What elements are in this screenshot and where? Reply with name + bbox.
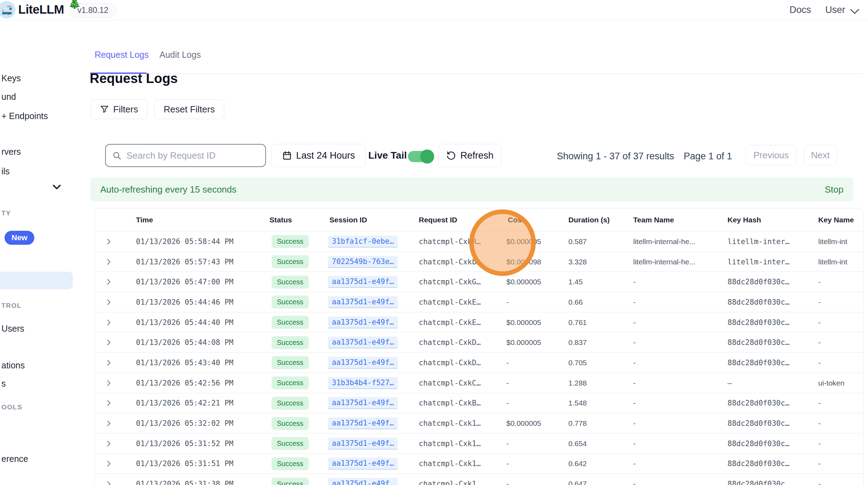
table-row[interactable]: 01/13/2026 05:31:51 PM Success aa1375d1-… (95, 454, 863, 474)
session-id-link[interactable]: 31bfa1cf-0ebe… (328, 236, 398, 248)
table-row[interactable]: 01/13/2026 05:42:56 PM Success 31b3b4b4-… (95, 373, 863, 393)
cell-request-id: chatcmpl-CxkB… (419, 393, 481, 414)
sidebar-section-header: OOLS (1, 403, 22, 411)
session-id-link[interactable]: aa1375d1-e49f… (328, 397, 398, 409)
table-row[interactable]: 01/13/2026 05:44:46 PM Success aa1375d1-… (95, 292, 863, 312)
session-id-link[interactable]: 7022549b-763e… (328, 256, 398, 268)
cell-cost: $0.000005 (506, 231, 541, 252)
cell-status: Success (272, 413, 309, 434)
expand-chevron-icon[interactable] (104, 393, 113, 414)
tab-request-logs[interactable]: Request Logs (95, 50, 149, 60)
expand-chevron-icon[interactable] (104, 454, 113, 474)
previous-button[interactable]: Previous (746, 145, 797, 165)
expand-chevron-icon[interactable] (104, 312, 113, 333)
sidebar-item-rails[interactable]: ils (1, 166, 10, 176)
cell-key-hash: 88dc28d0f030c… (727, 272, 790, 292)
table-row[interactable]: 01/13/2026 05:43:40 PM Success aa1375d1-… (95, 353, 863, 373)
sidebar-item-organizations[interactable]: ations (1, 360, 25, 370)
search-box[interactable] (105, 144, 266, 167)
table-row[interactable]: 01/13/2026 05:58:44 PM Success 31bfa1cf-… (95, 231, 863, 252)
expand-chevron-icon[interactable] (104, 413, 113, 434)
search-input[interactable] (127, 150, 259, 161)
cell-key-name: - (818, 413, 821, 434)
expand-chevron-icon[interactable] (104, 252, 113, 272)
docs-link[interactable]: Docs (790, 5, 811, 15)
time-range-label: Last 24 Hours (296, 150, 355, 161)
table-row[interactable]: 01/13/2026 05:32:02 PM Success aa1375d1-… (95, 413, 863, 434)
tab-audit-logs[interactable]: Audit Logs (159, 50, 201, 60)
chevron-down-icon[interactable] (849, 8, 860, 15)
table-row[interactable]: 01/13/2026 05:44:40 PM Success aa1375d1-… (95, 312, 863, 333)
sidebar-item-endpoints[interactable]: + Endpoints (1, 111, 48, 121)
session-id-link[interactable]: aa1375d1-e49f… (328, 357, 398, 369)
expand-chevron-icon[interactable] (104, 474, 113, 485)
cell-session: 7022549b-763e… (328, 252, 398, 272)
cell-session: aa1375d1-e49f… (328, 393, 398, 414)
refresh-label: Refresh (460, 150, 494, 161)
results-count: Showing 1 - 37 of 37 results (557, 151, 674, 162)
cell-session: aa1375d1-e49f… (328, 312, 398, 333)
expand-chevron-icon[interactable] (104, 353, 113, 373)
refresh-button[interactable]: Refresh (438, 144, 501, 167)
table-row[interactable]: 01/13/2026 05:47:00 PM Success aa1375d1-… (95, 272, 863, 292)
table-row[interactable]: 01/13/2026 05:57:43 PM Success 7022549b-… (95, 252, 863, 272)
sidebar-item-reference[interactable]: erence (1, 454, 28, 464)
cell-duration: 0.642 (568, 454, 587, 474)
sidebar-item-playground[interactable]: und (1, 92, 16, 102)
funnel-icon (100, 105, 109, 114)
table-row[interactable]: 01/13/2026 05:31:38 PM Success aa1375d1-… (95, 474, 863, 485)
table-row[interactable]: 01/13/2026 05:42:21 PM Success aa1375d1-… (95, 393, 863, 414)
session-id-link[interactable]: aa1375d1-e49f… (328, 296, 398, 308)
status-badge: Success (272, 235, 309, 248)
session-id-link[interactable]: aa1375d1-e49f… (328, 438, 398, 450)
expand-chevron-icon[interactable] (104, 434, 113, 454)
expand-chevron-icon[interactable] (104, 292, 113, 312)
cell-cost: - (506, 454, 509, 474)
expand-chevron-icon[interactable] (104, 373, 113, 393)
col-request: Request ID (419, 208, 457, 231)
session-id-link[interactable]: aa1375d1-e49f… (328, 337, 398, 348)
sidebar-item-servers[interactable]: rvers (1, 147, 21, 157)
stop-link[interactable]: Stop (825, 184, 844, 195)
cell-time: 01/13/2026 05:32:02 PM (136, 413, 233, 434)
cell-status: Success (272, 272, 309, 292)
reset-filters-button[interactable]: Reset Filters (154, 99, 224, 119)
cell-request-id: chatcmpl-CxkE… (419, 312, 481, 333)
sidebar-item-users[interactable]: Users (1, 324, 24, 334)
sidebar-item-keys[interactable]: Keys (1, 73, 21, 83)
filters-label: Filters (113, 104, 138, 115)
session-id-link[interactable]: aa1375d1-e49f… (328, 417, 398, 429)
cell-status: Success (272, 312, 309, 333)
cell-session: aa1375d1-e49f… (328, 434, 398, 454)
live-tail-toggle[interactable] (408, 151, 433, 162)
cell-request-id: chatcmpl-CxkG… (419, 272, 481, 292)
filters-button[interactable]: Filters (90, 99, 148, 119)
time-range-button[interactable]: Last 24 Hours (271, 144, 366, 167)
cell-status: Success (272, 292, 309, 312)
chevron-down-icon[interactable] (52, 183, 62, 190)
expand-chevron-icon[interactable] (104, 272, 113, 292)
session-id-link[interactable]: aa1375d1-e49f… (328, 317, 398, 328)
cell-session: aa1375d1-e49f… (328, 413, 398, 434)
sidebar-item-s[interactable]: s (1, 379, 6, 389)
session-id-link[interactable]: aa1375d1-e49f… (328, 276, 398, 288)
session-id-link[interactable]: 31b3b4b4-f527… (328, 377, 398, 389)
cell-team-name: - (633, 413, 636, 434)
status-badge: Success (272, 276, 309, 289)
user-menu[interactable]: User (825, 5, 845, 15)
table-row[interactable]: 01/13/2026 05:31:52 PM Success aa1375d1-… (95, 434, 863, 454)
cell-key-name: - (818, 454, 821, 474)
session-id-link[interactable]: aa1375d1-e49f… (328, 458, 398, 470)
expand-chevron-icon[interactable] (104, 231, 113, 252)
cell-time: 01/13/2026 05:42:56 PM (136, 373, 233, 393)
next-button[interactable]: Next (804, 145, 837, 165)
cell-key-name: - (818, 353, 821, 373)
session-id-link[interactable]: aa1375d1-e49f… (328, 478, 398, 485)
cell-status: Success (272, 252, 309, 272)
sidebar-item-active[interactable] (0, 272, 73, 289)
expand-chevron-icon[interactable] (104, 332, 113, 353)
cell-session: aa1375d1-e49f… (328, 272, 398, 292)
train-icon: 🚅 (1, 5, 12, 15)
cell-cost: - (506, 353, 509, 373)
table-row[interactable]: 01/13/2026 05:44:08 PM Success aa1375d1-… (95, 332, 863, 353)
